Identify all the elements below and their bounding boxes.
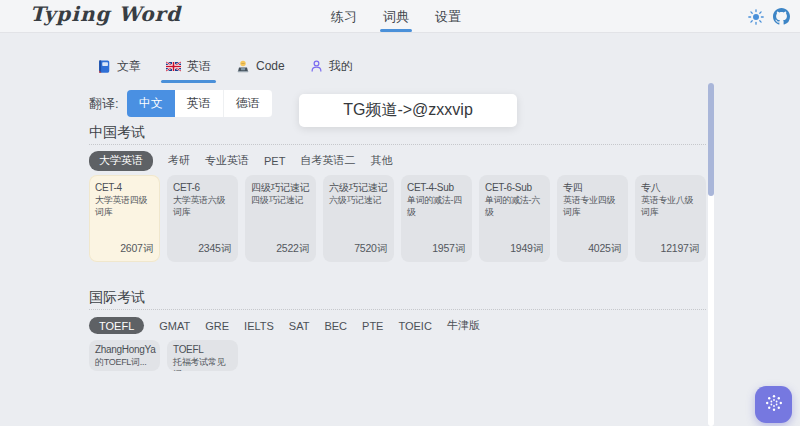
filter-chip[interactable]: 专业英语 xyxy=(205,153,249,168)
dict-card-desc: 单词的减法-六级 xyxy=(485,194,545,218)
dict-card[interactable]: 四级巧记速记四级巧记速记2522词 xyxy=(245,175,316,262)
typing-word-app: Typing Word 练习 词典 设置 xyxy=(0,0,800,426)
filter-chips: 大学英语考研专业英语PET自考英语二其他 xyxy=(89,152,706,169)
tab-english[interactable]: 英语 xyxy=(164,56,213,77)
tab-label: Code xyxy=(256,59,285,73)
dict-card[interactable]: 专八英语专业八级词库12197词 xyxy=(635,175,706,262)
filter-chip[interactable]: GMAT xyxy=(159,320,190,332)
tab-article[interactable]: 文章 xyxy=(95,56,143,77)
filter-chip[interactable]: BEC xyxy=(324,320,347,332)
filter-chip[interactable]: PET xyxy=(264,155,285,167)
dict-card-name: CET-4 xyxy=(95,182,155,194)
translate-row: 翻译: 中文 英语 德语 xyxy=(89,90,272,117)
filter-chip[interactable]: 大学英语 xyxy=(89,151,153,171)
translate-segmented-control: 中文 英语 德语 xyxy=(127,90,272,117)
section-china-exams: 中国考试 大学英语考研专业英语PET自考英语二其他 CET-4大学英语四级词库2… xyxy=(89,122,706,262)
dict-card[interactable]: TOEFL托福考试常见词 xyxy=(167,340,238,371)
filter-chip[interactable]: IELTS xyxy=(244,320,274,332)
tab-mine[interactable]: 我的 xyxy=(308,56,355,77)
dict-card-name: 六级巧记速记 xyxy=(329,182,389,194)
dict-card-desc: 单词的减法-四级 xyxy=(407,194,467,218)
theme-toggle-sun-icon[interactable] xyxy=(747,8,764,25)
filter-chip[interactable]: TOEFL xyxy=(89,317,144,334)
dict-card-word-count: 2522词 xyxy=(276,242,309,256)
nav-item-dictionary[interactable]: 词典 xyxy=(382,6,410,28)
book-icon xyxy=(97,59,111,74)
floating-action-button[interactable] xyxy=(755,386,792,423)
dict-card-name: ZhangHongYa xyxy=(95,344,155,356)
dict-cards: ZhangHongYa的TOEFL词...TOEFL托福考试常见词 xyxy=(89,340,706,371)
filter-chips: TOEFLGMATGREIELTSSATBECPTETOEIC牛津版 xyxy=(89,317,706,334)
dict-card-desc: 大学英语四级词库 xyxy=(95,194,155,218)
dict-card-word-count: 7520词 xyxy=(354,242,387,256)
section-divider xyxy=(89,309,706,310)
nav-item-practice[interactable]: 练习 xyxy=(330,6,358,28)
filter-chip[interactable]: TOEIC xyxy=(398,320,431,332)
dict-card-word-count: 12197词 xyxy=(661,242,700,256)
dict-card-name: CET-6-Sub xyxy=(485,182,545,194)
dict-card-name: TOEFL xyxy=(173,344,233,356)
dict-card-desc: 四级巧记速记 xyxy=(251,194,311,206)
dict-card-word-count: 2345词 xyxy=(198,242,231,256)
tab-label: 英语 xyxy=(187,58,211,75)
filter-chip[interactable]: GRE xyxy=(205,320,229,332)
dict-card-desc: 六级巧记速记 xyxy=(329,194,389,206)
dict-card-word-count: 4025词 xyxy=(588,242,621,256)
filter-chip[interactable]: 其他 xyxy=(370,153,392,168)
dict-card-desc: 托福考试常见词 xyxy=(173,356,233,371)
filter-chip[interactable]: PTE xyxy=(362,320,383,332)
dotted-circle-icon xyxy=(764,393,784,417)
dict-card-name: 专四 xyxy=(563,182,623,194)
main-nav: 练习 词典 设置 xyxy=(330,0,462,33)
person-icon xyxy=(310,59,323,73)
dict-card[interactable]: ZhangHongYa的TOEFL词... xyxy=(89,340,160,371)
filter-chip[interactable]: 自考英语二 xyxy=(300,153,355,168)
filter-chip[interactable]: SAT xyxy=(289,320,310,332)
header-icons xyxy=(747,0,790,33)
app-header: Typing Word 练习 词典 设置 xyxy=(0,0,800,33)
dict-card-name: CET-4-Sub xyxy=(407,182,467,194)
dict-card-desc: 英语专业八级词库 xyxy=(641,194,701,218)
dict-type-tabs: 文章 英语 xyxy=(95,54,355,78)
technologist-icon xyxy=(236,59,250,74)
app-logo: Typing Word xyxy=(30,2,181,26)
scrollbar-thumb[interactable] xyxy=(708,83,714,196)
dict-card-word-count: 1957词 xyxy=(432,242,465,256)
section-title: 国际考试 xyxy=(89,287,706,307)
github-icon[interactable] xyxy=(773,8,790,25)
dict-card-name: 四级巧记速记 xyxy=(251,182,311,194)
dict-card-name: CET-6 xyxy=(173,182,233,194)
filter-chip[interactable]: 牛津版 xyxy=(447,318,480,333)
dict-card-word-count: 1949词 xyxy=(510,242,543,256)
translate-option-german[interactable]: 德语 xyxy=(224,90,272,117)
dict-card-word-count: 2607词 xyxy=(120,242,153,256)
dict-card[interactable]: 六级巧记速记六级巧记速记7520词 xyxy=(323,175,394,262)
dict-card[interactable]: 专四英语专业四级词库4025词 xyxy=(557,175,628,262)
dict-card[interactable]: CET-6-Sub单词的减法-六级1949词 xyxy=(479,175,550,262)
section-divider xyxy=(89,144,706,145)
dict-card-desc: 英语专业四级词库 xyxy=(563,194,623,218)
dict-card-name: 专八 xyxy=(641,182,701,194)
dict-card[interactable]: CET-4大学英语四级词库2607词 xyxy=(89,175,160,262)
translate-option-english[interactable]: 英语 xyxy=(175,90,224,117)
tab-label: 我的 xyxy=(329,58,353,75)
scrollbar-track[interactable] xyxy=(708,83,714,426)
dict-card-desc: 的TOEFL词... xyxy=(95,356,155,368)
dict-card-desc: 大学英语六级词库 xyxy=(173,194,233,218)
tab-code[interactable]: Code xyxy=(234,57,287,76)
filter-chip[interactable]: 考研 xyxy=(168,153,190,168)
tab-label: 文章 xyxy=(117,58,141,75)
tg-channel-notice: TG频道->@zxxvip xyxy=(299,94,517,127)
translate-option-chinese[interactable]: 中文 xyxy=(127,90,175,117)
dict-card[interactable]: CET-6大学英语六级词库2345词 xyxy=(167,175,238,262)
uk-flag-icon xyxy=(166,61,181,72)
dict-card[interactable]: CET-4-Sub单词的减法-四级1957词 xyxy=(401,175,472,262)
translate-label: 翻译: xyxy=(89,95,119,113)
dict-cards: CET-4大学英语四级词库2607词CET-6大学英语六级词库2345词四级巧记… xyxy=(89,175,706,262)
nav-item-settings[interactable]: 设置 xyxy=(434,6,462,28)
section-international-exams: 国际考试 TOEFLGMATGREIELTSSATBECPTETOEIC牛津版 … xyxy=(89,287,706,371)
